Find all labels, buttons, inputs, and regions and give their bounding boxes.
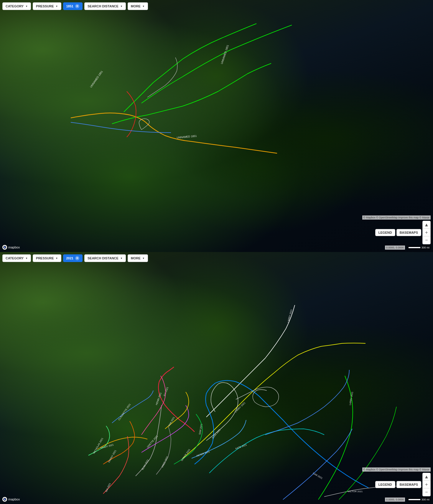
toolbar-1851: CATEGORY ▼ PRESSURE ▼ 1851 ✕ SEARCH DIST…: [2, 2, 148, 10]
coords-2021: 0.0000, 0.0000: [385, 498, 405, 502]
category-button-2021[interactable]: CATEGORY ▼: [2, 254, 31, 262]
mapbox-label-1851: mapbox: [8, 246, 20, 249]
attribution-1851: © Mapbox © OpenStreetMap Improve this ma…: [362, 215, 431, 220]
category-chevron-1851: ▼: [25, 5, 28, 8]
scale-bar-2021: 300 mi: [407, 498, 431, 502]
map-background-1851: [0, 0, 433, 252]
more-label-2021: MORE: [131, 256, 141, 260]
category-button-1851[interactable]: CATEGORY ▼: [2, 2, 31, 10]
zoom-out-1851[interactable]: −: [423, 236, 430, 244]
zoom-in-2021[interactable]: +: [423, 481, 430, 488]
map-panel-1851: UNNAMED 1851 UNNAMED 1851 UNNAMED 1851 C…: [0, 0, 433, 252]
map-panel-2021: LARRY 2021 LARRY 2021 SAM 2021 SAM 2021 …: [0, 252, 433, 504]
more-button-2021[interactable]: MORE ▼: [128, 254, 148, 262]
search-distance-chevron-2021: ▼: [120, 257, 123, 260]
mapbox-logo-1851: mapbox: [2, 245, 20, 250]
more-label-1851: MORE: [131, 4, 141, 8]
search-distance-button-2021[interactable]: SEARCH DISTANCE ▼: [84, 254, 126, 262]
mapbox-logo-2021: mapbox: [2, 497, 20, 502]
zoom-north-1851[interactable]: ▲: [423, 221, 430, 229]
legend-button-2021[interactable]: LEGEND: [375, 481, 395, 488]
category-label-1851: CATEGORY: [6, 4, 24, 8]
attribution-2021: © Mapbox © OpenStreetMap Improve this ma…: [362, 467, 431, 472]
scale-label-2021: 300 mi: [422, 498, 429, 501]
pressure-label-1851: PRESSURE: [36, 4, 54, 8]
year-button-1851[interactable]: 1851 ✕: [63, 2, 83, 10]
search-distance-button-1851[interactable]: SEARCH DISTANCE ▼: [84, 2, 126, 10]
year-label-1851: 1851: [66, 4, 73, 8]
legend-button-1851[interactable]: LEGEND: [375, 229, 395, 236]
year-label-2021: 2021: [66, 256, 73, 260]
year-close-1851[interactable]: ✕: [75, 4, 79, 8]
coords-1851: 0.0000, 0.0000: [385, 246, 405, 250]
basemaps-button-2021[interactable]: BASEMAPS: [396, 481, 421, 488]
pressure-label-2021: PRESSURE: [36, 256, 54, 260]
scale-bar-1851: 300 mi: [407, 246, 431, 250]
basemaps-button-1851[interactable]: BASEMAPS: [396, 229, 421, 236]
toolbar-2021: CATEGORY ▼ PRESSURE ▼ 2021 ✕ SEARCH DIST…: [2, 254, 148, 262]
zoom-controls-1851: ▲ + −: [422, 221, 431, 244]
pressure-chevron-1851: ▼: [56, 5, 58, 8]
map-buttons-1851: LEGEND BASEMAPS: [375, 229, 421, 236]
search-distance-label-2021: SEARCH DISTANCE: [88, 256, 118, 260]
year-button-2021[interactable]: 2021 ✕: [63, 254, 83, 262]
map-background-2021: [0, 252, 433, 504]
zoom-controls-2021: ▲ + −: [422, 473, 431, 496]
search-distance-chevron-1851: ▼: [120, 5, 123, 8]
svg-point-29: [4, 499, 5, 500]
mapbox-logo-icon-1851: [2, 245, 7, 250]
year-close-2021[interactable]: ✕: [75, 256, 79, 260]
bottom-controls-1851: © Mapbox © OpenStreetMap Improve this ma…: [362, 215, 431, 250]
zoom-in-1851[interactable]: +: [423, 229, 430, 236]
svg-point-5: [4, 247, 5, 248]
pressure-button-2021[interactable]: PRESSURE ▼: [33, 254, 61, 262]
pressure-chevron-2021: ▼: [56, 257, 58, 260]
category-chevron-2021: ▼: [25, 257, 28, 260]
mapbox-label-2021: mapbox: [8, 498, 20, 501]
more-button-1851[interactable]: MORE ▼: [128, 2, 148, 10]
more-chevron-1851: ▼: [142, 5, 145, 8]
zoom-north-2021[interactable]: ▲: [423, 473, 430, 481]
zoom-out-2021[interactable]: −: [423, 488, 430, 496]
bottom-controls-2021: © Mapbox © OpenStreetMap Improve this ma…: [362, 467, 431, 502]
mapbox-logo-icon-2021: [2, 497, 7, 502]
category-label-2021: CATEGORY: [6, 256, 24, 260]
pressure-button-1851[interactable]: PRESSURE ▼: [33, 2, 61, 10]
map-buttons-2021: LEGEND BASEMAPS: [375, 481, 421, 488]
scale-label-1851: 300 mi: [422, 246, 429, 249]
more-chevron-2021: ▼: [142, 257, 145, 260]
search-distance-label-1851: SEARCH DISTANCE: [88, 4, 118, 8]
